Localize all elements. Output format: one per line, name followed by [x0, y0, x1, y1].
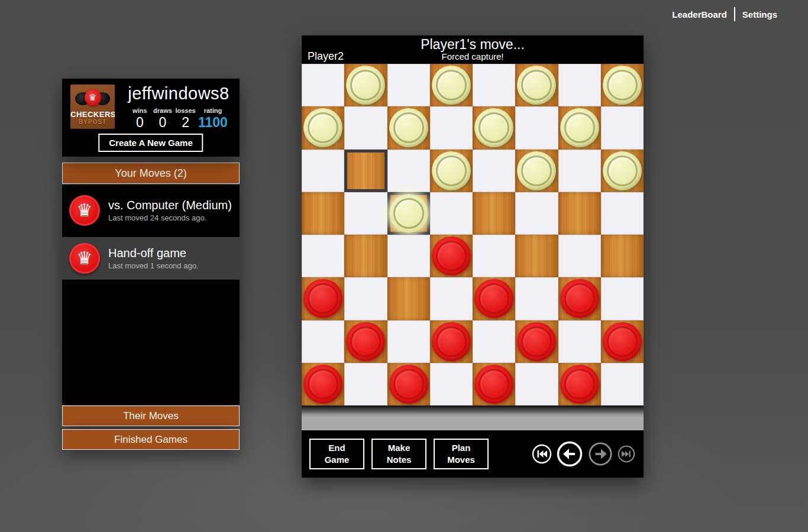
board-square[interactable]	[601, 150, 644, 192]
step-back-icon[interactable]	[556, 440, 583, 468]
make-notes-button[interactable]: Make Notes	[371, 439, 426, 469]
leaderboard-link[interactable]: LeaderBoard	[672, 9, 727, 20]
board-square[interactable]	[430, 235, 473, 277]
board-square[interactable]	[515, 235, 558, 277]
board-square[interactable]	[601, 235, 644, 277]
skip-to-end-icon[interactable]	[618, 445, 635, 463]
checker-piece-red[interactable]	[474, 365, 513, 404]
board-square[interactable]	[387, 363, 430, 406]
board-square[interactable]	[558, 320, 601, 363]
board-square[interactable]	[344, 192, 387, 235]
checker-piece-cream[interactable]	[517, 66, 556, 105]
board-square[interactable]	[430, 320, 473, 363]
board-square[interactable]	[601, 277, 644, 320]
step-forward-icon[interactable]	[587, 441, 613, 467]
board-square[interactable]	[387, 150, 430, 192]
checker-piece-red[interactable]	[603, 322, 642, 361]
checker-piece-red[interactable]	[517, 322, 556, 361]
board-square[interactable]	[344, 150, 387, 192]
create-new-game-button[interactable]: Create A New Game	[98, 134, 203, 152]
board-square[interactable]	[473, 64, 515, 106]
checker-piece-red[interactable]	[432, 322, 471, 361]
board-square[interactable]	[558, 235, 601, 277]
board-square[interactable]	[601, 106, 644, 149]
board-square[interactable]	[387, 320, 430, 363]
board-square[interactable]	[344, 320, 387, 363]
board-square[interactable]	[473, 320, 515, 363]
plan-moves-button[interactable]: Plan Moves	[434, 439, 489, 469]
board-square[interactable]	[558, 192, 601, 235]
checker-piece-red[interactable]	[303, 279, 342, 318]
board-square[interactable]	[473, 235, 515, 277]
game-item-hand-off[interactable]: ♛ Hand-off game Last moved 1 second ago.	[62, 237, 240, 280]
checker-piece-cream[interactable]	[603, 151, 642, 190]
board-square[interactable]	[302, 64, 344, 106]
board-square[interactable]	[302, 277, 344, 320]
board-square[interactable]	[344, 277, 387, 320]
board-square[interactable]	[473, 363, 515, 406]
board-square[interactable]	[387, 192, 430, 235]
board-square[interactable]	[558, 277, 601, 320]
board-square[interactable]	[515, 192, 558, 235]
checker-piece-red[interactable]	[474, 279, 513, 318]
checker-piece-cream[interactable]	[517, 151, 556, 190]
checker-piece-cream[interactable]	[432, 66, 471, 105]
board-square[interactable]	[302, 363, 344, 406]
checker-piece-cream[interactable]	[346, 66, 385, 105]
board-square[interactable]	[515, 64, 558, 106]
board-square[interactable]	[302, 192, 344, 235]
checker-piece-red[interactable]	[560, 365, 599, 404]
board-square[interactable]	[515, 150, 558, 192]
board-square[interactable]	[344, 235, 387, 277]
board-square[interactable]	[601, 192, 644, 235]
checker-piece-cream[interactable]	[474, 108, 513, 147]
board-square[interactable]	[515, 277, 558, 320]
checker-piece-red[interactable]	[432, 236, 471, 275]
board-square[interactable]	[302, 106, 344, 149]
board-square[interactable]	[430, 64, 473, 106]
board-square[interactable]	[302, 320, 344, 363]
checker-piece-cream[interactable]	[432, 151, 471, 190]
board-square[interactable]	[558, 363, 601, 406]
board-square[interactable]	[430, 277, 473, 320]
board-square[interactable]	[430, 192, 473, 235]
board-square[interactable]	[387, 277, 430, 320]
board-square[interactable]	[387, 106, 430, 149]
their-moves-header[interactable]: Their Moves	[62, 406, 240, 426]
checker-piece-red[interactable]	[560, 279, 599, 318]
your-moves-header[interactable]: Your Moves (2)	[62, 163, 240, 184]
board-square[interactable]	[558, 150, 601, 192]
board-square[interactable]	[601, 64, 644, 106]
board-square[interactable]	[430, 106, 473, 149]
board-square[interactable]	[473, 192, 515, 235]
board-square[interactable]	[558, 106, 601, 149]
board-square[interactable]	[344, 64, 387, 106]
checker-piece-red[interactable]	[303, 365, 342, 404]
finished-games-header[interactable]: Finished Games	[62, 429, 240, 450]
checker-piece-red[interactable]	[346, 322, 385, 361]
board-square[interactable]	[515, 106, 558, 149]
end-game-button[interactable]: End Game	[309, 439, 364, 469]
checker-piece-red[interactable]	[389, 365, 428, 404]
board-square[interactable]	[601, 320, 644, 363]
checker-piece-cream[interactable]	[389, 108, 428, 147]
board-square[interactable]	[387, 64, 430, 106]
board-square[interactable]	[473, 150, 515, 192]
board-square[interactable]	[344, 363, 387, 406]
checker-piece-cream[interactable]	[389, 194, 428, 233]
board-square[interactable]	[430, 150, 473, 192]
board-square[interactable]	[515, 320, 558, 363]
checker-piece-cream[interactable]	[303, 108, 342, 147]
checker-piece-cream[interactable]	[603, 66, 642, 105]
board-square[interactable]	[558, 64, 601, 106]
skip-to-start-icon[interactable]	[532, 444, 552, 464]
board-square[interactable]	[473, 277, 515, 320]
board-square[interactable]	[302, 235, 344, 277]
board-square[interactable]	[473, 106, 515, 149]
board-square[interactable]	[601, 363, 644, 406]
board-square[interactable]	[344, 106, 387, 149]
board-square[interactable]	[387, 235, 430, 277]
board-square[interactable]	[302, 150, 344, 192]
settings-link[interactable]: Settings	[742, 9, 777, 20]
board-square[interactable]	[515, 363, 558, 406]
